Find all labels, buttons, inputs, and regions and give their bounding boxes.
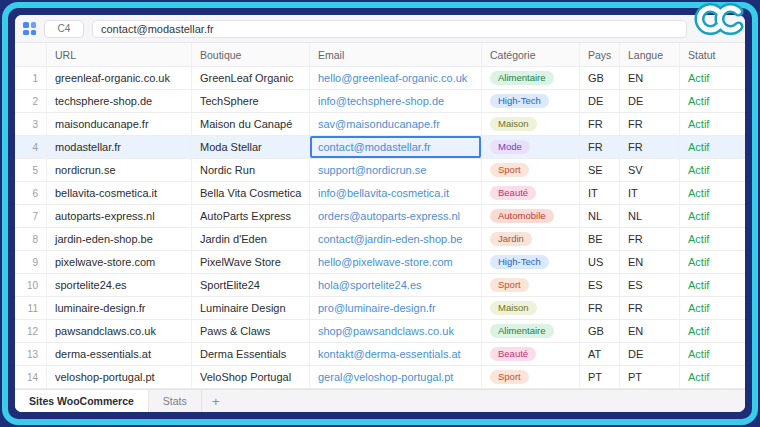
cell-boutique[interactable]: PixelWave Store [192,251,310,273]
cell-url[interactable]: nordicrun.se [47,159,192,181]
cell-url[interactable]: techsphere-shop.de [47,90,192,112]
row-number[interactable]: 2 [15,90,47,112]
cell-categorie[interactable]: Maison [482,113,580,135]
cell-pays[interactable]: SE [580,159,620,181]
cell-reference-box[interactable]: C4 [44,20,84,38]
row-number[interactable]: 10 [15,274,47,296]
row-number[interactable]: 3 [15,113,47,135]
cell-statut[interactable]: Actif [680,205,745,227]
cell-pays[interactable]: IT [580,182,620,204]
row-number[interactable]: 4 [15,136,47,158]
row-number[interactable]: 11 [15,297,47,319]
cell-categorie[interactable]: Jardin [482,228,580,250]
cell-langue[interactable]: IT [620,182,680,204]
cell-boutique[interactable]: SportElite24 [192,274,310,296]
cell-statut[interactable]: Actif [680,136,745,158]
cell-pays[interactable]: GB [580,320,620,342]
cell-pays[interactable]: FR [580,136,620,158]
cell-email[interactable]: hello@greenleaf-organic.co.uk [310,67,482,89]
tab-stats[interactable]: Stats [149,390,202,412]
cell-boutique[interactable]: Nordic Run [192,159,310,181]
cell-langue[interactable]: DE [620,343,680,365]
cell-categorie[interactable]: High-Tech [482,251,580,273]
column-header-email[interactable]: Email [310,43,482,66]
cell-url[interactable]: jardin-eden-shop.be [47,228,192,250]
cell-langue[interactable]: NL [620,205,680,227]
row-number[interactable]: 1 [15,67,47,89]
cell-statut[interactable]: Actif [680,90,745,112]
cell-categorie[interactable]: Maison [482,297,580,319]
column-header-langue[interactable]: Langue [620,43,680,66]
cell-langue[interactable]: DE [620,90,680,112]
cell-email[interactable]: hola@sportelite24.es [310,274,482,296]
cell-pays[interactable]: PT [580,366,620,388]
cell-statut[interactable]: Actif [680,67,745,89]
row-number[interactable]: 14 [15,366,47,388]
row-number[interactable]: 7 [15,205,47,227]
cell-email[interactable]: contact@jardin-eden-shop.be [310,228,482,250]
cell-url[interactable]: pawsandclaws.co.uk [47,320,192,342]
cell-categorie[interactable]: Mode [482,136,580,158]
cell-pays[interactable]: FR [580,297,620,319]
cell-categorie[interactable]: Beauté [482,343,580,365]
cell-pays[interactable]: US [580,251,620,273]
row-number[interactable]: 6 [15,182,47,204]
cell-pays[interactable]: NL [580,205,620,227]
column-header-categorie[interactable]: Catégorie [482,43,580,66]
cell-statut[interactable]: Actif [680,159,745,181]
cell-statut[interactable]: Actif [680,113,745,135]
cell-statut[interactable]: Actif [680,297,745,319]
cell-categorie[interactable]: Beauté [482,182,580,204]
cell-url[interactable]: veloshop-portugal.pt [47,366,192,388]
cell-url[interactable]: luminaire-design.fr [47,297,192,319]
column-header-statut[interactable]: Statut [680,43,745,66]
cell-pays[interactable]: DE [580,90,620,112]
cell-statut[interactable]: Actif [680,343,745,365]
cell-boutique[interactable]: Moda Stellar [192,136,310,158]
cell-boutique[interactable]: Jardin d'Eden [192,228,310,250]
cell-email[interactable]: sav@maisonducanape.fr [310,113,482,135]
cell-langue[interactable]: PT [620,366,680,388]
cell-pays[interactable]: ES [580,274,620,296]
cell-email[interactable]: geral@veloshop-portugal.pt [310,366,482,388]
cell-langue[interactable]: SV [620,159,680,181]
cell-statut[interactable]: Actif [680,320,745,342]
cell-categorie[interactable]: Sport [482,366,580,388]
cell-url[interactable]: derma-essentials.at [47,343,192,365]
column-header-url[interactable]: URL [47,43,192,66]
cell-boutique[interactable]: Bella Vita Cosmetica [192,182,310,204]
cell-url[interactable]: sportelite24.es [47,274,192,296]
cell-categorie[interactable]: Sport [482,274,580,296]
cell-email[interactable]: contact@modastellar.fr [310,136,482,158]
row-number[interactable]: 9 [15,251,47,273]
cell-statut[interactable]: Actif [680,182,745,204]
apps-grid-icon[interactable] [23,22,36,35]
cell-pays[interactable]: FR [580,113,620,135]
cell-boutique[interactable]: Paws & Claws [192,320,310,342]
add-sheet-button[interactable]: + [202,390,230,412]
cell-statut[interactable]: Actif [680,274,745,296]
corner-header-cell[interactable] [15,43,47,66]
cell-boutique[interactable]: VeloShop Portugal [192,366,310,388]
cell-langue[interactable]: FR [620,297,680,319]
cell-pays[interactable]: BE [580,228,620,250]
cell-langue[interactable]: FR [620,113,680,135]
cell-boutique[interactable]: GreenLeaf Organic [192,67,310,89]
column-header-pays[interactable]: Pays [580,43,620,66]
cell-categorie[interactable]: Automobile [482,205,580,227]
cell-statut[interactable]: Actif [680,251,745,273]
cell-boutique[interactable]: Derma Essentials [192,343,310,365]
cell-url[interactable]: maisonducanape.fr [47,113,192,135]
cell-categorie[interactable]: Alimentaire [482,67,580,89]
cell-boutique[interactable]: TechSphere [192,90,310,112]
cell-categorie[interactable]: High-Tech [482,90,580,112]
cell-email[interactable]: hello@pixelwave-store.com [310,251,482,273]
cell-langue[interactable]: FR [620,228,680,250]
cell-categorie[interactable]: Alimentaire [482,320,580,342]
cell-email[interactable]: pro@luminaire-design.fr [310,297,482,319]
cell-statut[interactable]: Actif [680,366,745,388]
cell-pays[interactable]: AT [580,343,620,365]
cell-statut[interactable]: Actif [680,228,745,250]
cell-boutique[interactable]: Maison du Canapé [192,113,310,135]
cell-langue[interactable]: EN [620,251,680,273]
